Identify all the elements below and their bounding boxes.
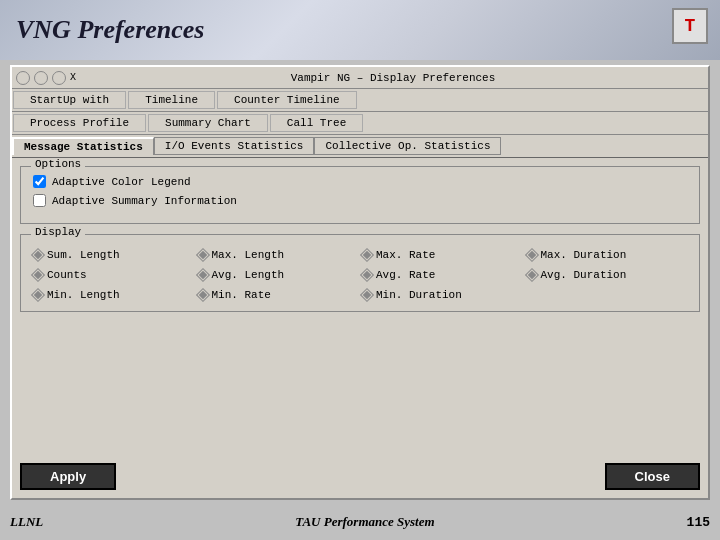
window-btn-1[interactable] — [16, 71, 30, 85]
page-title: VNG Preferences — [16, 15, 204, 45]
radio-sum-length[interactable]: Sum. Length — [33, 249, 194, 261]
apply-button[interactable]: Apply — [20, 463, 116, 490]
adaptive-color-label: Adaptive Color Legend — [52, 176, 191, 188]
adaptive-color-checkbox[interactable] — [33, 175, 46, 188]
radio-diamond-counts — [31, 268, 45, 282]
tab-timeline[interactable]: Timeline — [128, 91, 215, 109]
close-button[interactable]: Close — [605, 463, 700, 490]
radio-diamond-avg-duration — [524, 268, 538, 282]
dialog-window: X Vampir NG – Display Preferences StartU… — [10, 65, 710, 500]
dialog-content: Options Adaptive Color Legend Adaptive S… — [12, 158, 708, 330]
options-group-label: Options — [31, 158, 85, 170]
radio-diamond-min-rate — [195, 288, 209, 302]
radio-avg-rate[interactable]: Avg. Rate — [362, 269, 523, 281]
display-group-label: Display — [31, 226, 85, 238]
radio-diamond-max-length — [195, 248, 209, 262]
options-group: Options Adaptive Color Legend Adaptive S… — [20, 166, 700, 224]
window-btn-2[interactable] — [34, 71, 48, 85]
radio-grid: Sum. Length Max. Length Max. Rate Max. D… — [33, 249, 687, 301]
radio-diamond-avg-rate — [360, 268, 374, 282]
dialog-title: Vampir NG – Display Preferences — [82, 72, 704, 84]
tab-io-events[interactable]: I/O Events Statistics — [154, 137, 315, 155]
tab-summary-chart[interactable]: Summary Chart — [148, 114, 268, 132]
tab-collective-op[interactable]: Collective Op. Statistics — [314, 137, 501, 155]
dialog-close-x: X — [70, 72, 76, 83]
radio-diamond-max-rate — [360, 248, 374, 262]
dialog-buttons: Apply Close — [12, 463, 708, 490]
header-banner: VNG Preferences T — [0, 0, 720, 60]
footer-left: LLNL — [10, 514, 43, 530]
radio-avg-length[interactable]: Avg. Length — [198, 269, 359, 281]
tab-row-3: Message Statistics I/O Events Statistics… — [12, 135, 708, 158]
adaptive-summary-row: Adaptive Summary Information — [33, 194, 687, 207]
radio-empty — [527, 289, 688, 301]
adaptive-color-row: Adaptive Color Legend — [33, 175, 687, 188]
radio-max-rate[interactable]: Max. Rate — [362, 249, 523, 261]
radio-avg-duration[interactable]: Avg. Duration — [527, 269, 688, 281]
adaptive-summary-checkbox[interactable] — [33, 194, 46, 207]
radio-max-length[interactable]: Max. Length — [198, 249, 359, 261]
tab-process-profile[interactable]: Process Profile — [13, 114, 146, 132]
footer-center: TAU Performance System — [295, 514, 434, 530]
radio-counts[interactable]: Counts — [33, 269, 194, 281]
radio-diamond-max-duration — [524, 248, 538, 262]
radio-min-duration[interactable]: Min. Duration — [362, 289, 523, 301]
radio-min-length[interactable]: Min. Length — [33, 289, 194, 301]
radio-diamond-min-duration — [360, 288, 374, 302]
dialog-titlebar: X Vampir NG – Display Preferences — [12, 67, 708, 89]
radio-min-rate[interactable]: Min. Rate — [198, 289, 359, 301]
tab-call-tree[interactable]: Call Tree — [270, 114, 363, 132]
footer-right: 115 — [687, 515, 710, 530]
tab-message-statistics[interactable]: Message Statistics — [12, 137, 154, 155]
adaptive-summary-label: Adaptive Summary Information — [52, 195, 237, 207]
bottom-bar: LLNL TAU Performance System 115 — [0, 504, 720, 540]
radio-diamond-min-length — [31, 288, 45, 302]
radio-diamond-avg-length — [195, 268, 209, 282]
header-icon: T — [672, 8, 708, 44]
window-btn-3[interactable] — [52, 71, 66, 85]
tab-startup[interactable]: StartUp with — [13, 91, 126, 109]
tab-counter-timeline[interactable]: Counter Timeline — [217, 91, 357, 109]
radio-diamond-sum-length — [31, 248, 45, 262]
radio-max-duration[interactable]: Max. Duration — [527, 249, 688, 261]
tab-row-1: StartUp with Timeline Counter Timeline — [12, 89, 708, 112]
display-group: Display Sum. Length Max. Length Max. Rat… — [20, 234, 700, 312]
tab-row-2: Process Profile Summary Chart Call Tree — [12, 112, 708, 135]
